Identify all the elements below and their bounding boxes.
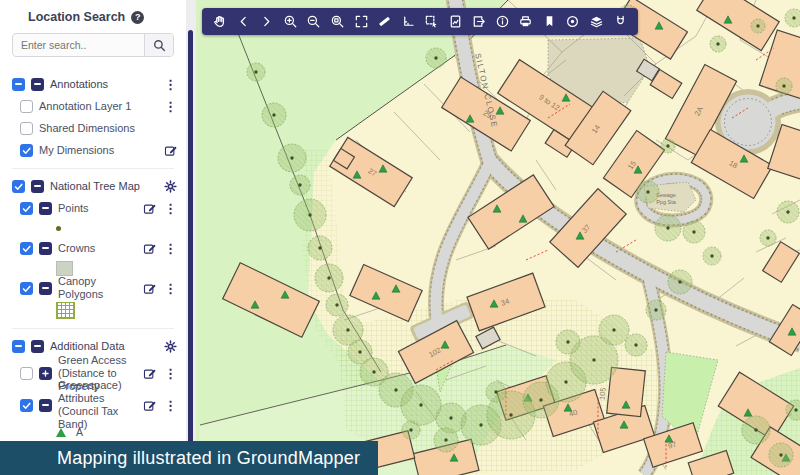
edit-layer-button[interactable] <box>142 398 157 413</box>
previous-extent-icon <box>236 14 251 29</box>
section-divider <box>12 328 174 329</box>
sidebar-scrollbar-thumb[interactable] <box>188 30 193 475</box>
layers-sidebar: Location Search ? Annotations⋮Annotation… <box>0 0 186 475</box>
sewage-label-line2: Ppg Sta <box>656 199 677 205</box>
layer-label: Crowns <box>58 242 136 255</box>
snapping-icon <box>613 14 628 29</box>
kebab-menu-button[interactable]: ⋮ <box>163 281 178 296</box>
collapse-toggle-icon[interactable] <box>31 78 44 91</box>
layer-row: Crowns⋮ <box>12 237 186 259</box>
layer-settings-button[interactable] <box>163 339 178 354</box>
previous-extent-button[interactable] <box>235 13 252 30</box>
checkbox-unchecked[interactable] <box>20 122 33 135</box>
collapse-toggle-icon[interactable] <box>39 202 52 215</box>
layer-row: Property Attributes (Council Tax Band)⋮ <box>12 389 186 421</box>
print-icon <box>518 14 533 29</box>
tax-band-triangle-icon <box>56 428 66 437</box>
layer-group-label: National Tree Map <box>50 180 157 193</box>
collapse-toggle-icon[interactable] <box>39 399 52 412</box>
checkbox-indeterminate[interactable] <box>12 78 25 91</box>
groundmapper-app: Sewage Ppg Sta 27299 to 1214152A18373410… <box>0 0 800 475</box>
kebab-menu-button[interactable]: ⋮ <box>163 99 178 114</box>
kebab-menu-button[interactable]: ⋮ <box>163 201 178 216</box>
layer-label: Shared Dimensions <box>39 122 178 135</box>
edit-layer-button[interactable] <box>142 366 157 381</box>
pan-hand-button[interactable] <box>211 13 228 30</box>
location-search-box <box>12 33 174 57</box>
locate-icon <box>565 14 580 29</box>
layer-label: Canopy Polygons <box>58 275 136 300</box>
collapse-toggle-icon[interactable] <box>31 340 44 353</box>
select-area-button[interactable] <box>423 13 440 30</box>
zoom-selection-button[interactable] <box>329 13 346 30</box>
map-report-icon <box>448 14 463 29</box>
section-divider <box>12 168 174 169</box>
checkbox-checked[interactable] <box>12 180 25 193</box>
layer-label: Annotation Layer 1 <box>39 100 157 113</box>
zoom-out-button[interactable] <box>305 13 322 30</box>
crowns-legend-swatch <box>56 261 73 276</box>
kebab-menu-button[interactable]: ⋮ <box>163 241 178 256</box>
zoom-out-icon <box>306 14 321 29</box>
zoom-in-button[interactable] <box>282 13 299 30</box>
layer-label: Points <box>58 202 136 215</box>
full-extent-button[interactable] <box>353 13 370 30</box>
layer-settings-button[interactable] <box>163 179 178 194</box>
collapse-toggle-icon[interactable] <box>39 242 52 255</box>
bookmarks-button[interactable] <box>541 13 558 30</box>
layer-row: Annotation Layer 1⋮ <box>12 95 186 117</box>
search-input[interactable] <box>13 34 144 56</box>
checkbox-checked[interactable] <box>20 282 33 295</box>
tax-band-label: A <box>76 426 83 438</box>
collapse-toggle-icon[interactable] <box>31 180 44 193</box>
angle-measure-icon <box>401 14 416 29</box>
checkbox-checked[interactable] <box>20 202 33 215</box>
edit-layer-button[interactable] <box>142 281 157 296</box>
zoom-in-icon <box>283 14 298 29</box>
layer-label: Property Attributes (Council Tax Band) <box>58 380 136 431</box>
zoom-selection-icon <box>330 14 345 29</box>
checkbox-unchecked[interactable] <box>20 367 33 380</box>
collapse-toggle-icon[interactable] <box>39 282 52 295</box>
layer-group-row: National Tree Map <box>12 175 186 197</box>
checkbox-checked[interactable] <box>20 242 33 255</box>
edit-layer-button[interactable] <box>163 143 178 158</box>
checkbox-unchecked[interactable] <box>20 100 33 113</box>
measure-icon <box>377 14 392 29</box>
map-report-button[interactable] <box>447 13 464 30</box>
print-button[interactable] <box>517 13 534 30</box>
angle-measure-button[interactable] <box>400 13 417 30</box>
snapping-button[interactable] <box>612 13 629 30</box>
map-toolbar <box>202 8 638 35</box>
next-extent-icon <box>259 14 274 29</box>
kebab-menu-button[interactable]: ⋮ <box>163 398 178 413</box>
locate-button[interactable] <box>564 13 581 30</box>
checkbox-checked[interactable] <box>20 399 33 412</box>
identify-button[interactable] <box>494 13 511 30</box>
search-button[interactable] <box>144 34 173 56</box>
edit-layer-button[interactable] <box>142 241 157 256</box>
help-icon[interactable]: ? <box>131 11 144 24</box>
layer-group-label: Additional Data <box>50 340 157 353</box>
location-search-title: Location Search <box>28 10 125 24</box>
attribution-banner: Mapping illustrated in GroundMapper <box>0 441 378 475</box>
checkbox-checked[interactable] <box>20 144 33 157</box>
select-area-icon <box>424 14 439 29</box>
export-map-button[interactable] <box>470 13 487 30</box>
next-extent-button[interactable] <box>258 13 275 30</box>
layer-group-label: Annotations <box>50 78 157 91</box>
layer-row: My Dimensions <box>12 139 186 161</box>
magnifier-icon <box>153 39 166 52</box>
pan-hand-icon <box>212 14 227 29</box>
kebab-menu-button[interactable]: ⋮ <box>163 366 178 381</box>
kebab-menu-button[interactable]: ⋮ <box>163 77 178 92</box>
expand-toggle-icon[interactable] <box>39 367 52 380</box>
layers-button[interactable] <box>588 13 605 30</box>
measure-button[interactable] <box>376 13 393 30</box>
attribution-text: Mapping illustrated in GroundMapper <box>57 448 360 469</box>
edit-layer-button[interactable] <box>142 201 157 216</box>
legend-row <box>12 219 186 237</box>
layer-row: Shared Dimensions <box>12 117 186 139</box>
map-canvas[interactable]: Sewage Ppg Sta 27299 to 1214152A18373410… <box>196 0 800 475</box>
checkbox-indeterminate[interactable] <box>12 340 25 353</box>
